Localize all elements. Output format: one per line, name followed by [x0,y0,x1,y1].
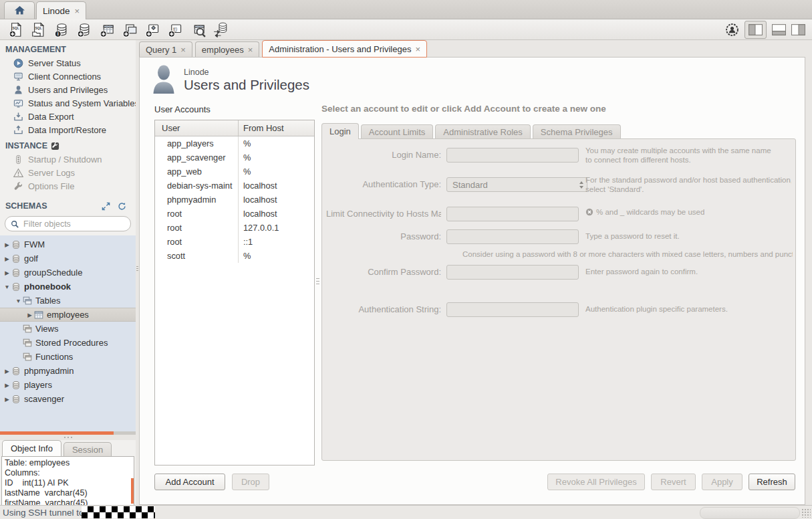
limit-hosts-input[interactable] [446,207,579,221]
toolbar-create-procedure-button[interactable] [142,21,163,39]
account-host: localhost [239,179,314,193]
password-input[interactable] [446,229,579,244]
close-icon[interactable]: × [75,7,80,15]
login-name-row: Login Name: You may create multiple acco… [322,148,795,163]
editor-tab-strip: Query 1 × employees × Administration - U… [139,40,805,57]
tree-item-stored-procedures[interactable]: Stored Procedures [0,336,136,350]
sidebar-horizontal-splitter[interactable] [0,435,136,440]
tree-item-golf[interactable]: ▶golf [0,251,136,266]
sidebar-item-label: Client Connections [28,72,101,82]
account-host: 127.0.0.1 [239,221,314,235]
revert-button[interactable]: Revert [651,474,696,490]
revoke-all-privileges-button[interactable]: Revoke All Privileges [547,474,645,490]
close-icon[interactable]: × [180,45,186,54]
sidebar-item-data-import-restore[interactable]: Data Import/Restore [0,123,136,136]
sidebar-item-data-export[interactable]: Data Export [0,110,136,123]
tree-item-players[interactable]: ▶players [0,378,136,392]
add-account-button[interactable]: Add Account [154,474,225,490]
account-row[interactable]: app_web% [155,165,314,179]
auth-string-input[interactable] [446,302,579,317]
sidebar-item-server-status[interactable]: Server Status [0,56,136,70]
connection-tab-linode[interactable]: Linode × [36,1,86,19]
object-info-line: Columns: [5,468,131,478]
tree-toggle-icon[interactable]: ▶ [3,368,11,375]
toolbar-search-data-button[interactable] [187,21,209,39]
tab-login[interactable]: Login [321,123,359,139]
toolbar-open-sql-file-button[interactable]: SQL [28,21,49,39]
status-scrollbar[interactable] [700,507,800,519]
column-header-from-host[interactable]: From Host [239,120,314,136]
confirm-password-input[interactable] [446,265,579,280]
close-icon[interactable]: × [415,45,420,54]
tree-toggle-icon[interactable]: ▶ [25,312,34,318]
account-row[interactable]: app_scavenger% [155,150,314,165]
account-row[interactable]: root::1 [155,235,314,249]
tree-toggle-icon[interactable]: ▶ [3,255,11,262]
filter-input[interactable] [22,219,125,229]
tab-administration-users-privileges[interactable]: Administration - Users and Privileges × [262,40,427,58]
account-row[interactable]: app_players% [155,136,314,150]
tree-item-functions[interactable]: Functions [0,350,136,364]
tab-object-info[interactable]: Object Info [2,440,61,456]
account-row[interactable]: root127.0.0.1 [155,221,314,235]
sidebar-item-startup-shutdown[interactable]: Startup / Shutdown [0,152,136,166]
tab-query-1[interactable]: Query 1 × [139,41,192,57]
toggle-secondary-sidebar-button[interactable] [791,23,805,36]
sidebar-item-status-and-system-variables[interactable]: Status and System Variables [0,96,136,110]
tree-item-groupschedule[interactable]: ▶groupSchedule [0,266,136,280]
object-info-scrollbar[interactable] [131,478,134,504]
apply-button[interactable]: Apply [702,474,742,490]
column-header-user[interactable]: User [155,120,239,136]
login-name-input[interactable] [446,148,579,163]
tree-item-scavenger[interactable]: ▶scavenger [0,392,136,406]
tree-item-tables[interactable]: ▼Tables [0,294,136,308]
tree-toggle-icon[interactable]: ▶ [3,270,11,276]
tree-toggle-icon[interactable]: ▼ [14,298,23,304]
sidebar-item-server-logs[interactable]: Server Logs [0,166,136,179]
close-icon[interactable]: × [248,45,253,54]
toggle-output-button[interactable] [772,23,786,36]
tree-hscrollbar[interactable] [0,431,136,435]
tree-hscrollbar-thumb[interactable] [0,431,114,435]
tree-item-employees[interactable]: ▶employees [0,308,136,322]
tab-schema-privileges[interactable]: Schema Privileges [533,124,621,138]
tree-toggle-icon[interactable]: ▶ [3,396,11,403]
tree-item-fwm[interactable]: ▶FWM [0,237,136,251]
tab-administrative-roles[interactable]: Administrative Roles [435,124,531,138]
tab-employees[interactable]: employees × [195,41,259,57]
schema-filter-box [5,216,131,231]
account-row[interactable]: scott% [155,249,314,263]
account-row[interactable]: debian-sys-maintlocalhost [155,179,314,193]
tree-item-phpmyadmin[interactable]: ▶phpmyadmin [0,364,136,378]
accounts-editor-splitter[interactable] [316,278,319,286]
sidebar-item-client-connections[interactable]: Client Connections [0,70,136,83]
tree-toggle-icon[interactable]: ▶ [3,382,11,389]
drop-button[interactable]: Drop [232,474,269,490]
tree-toggle-icon[interactable]: ▼ [3,284,11,290]
auth-type-select[interactable]: Standard [446,177,587,192]
toolbar-new-query-button[interactable]: SQL [5,21,27,39]
refresh-button[interactable]: Refresh [749,474,795,490]
toolbar-create-schema-button[interactable] [74,21,95,39]
tree-toggle-icon[interactable]: ▶ [3,241,11,248]
tab-session[interactable]: Session [63,442,112,456]
enterprise-button[interactable] [725,23,739,37]
account-row[interactable]: rootlocalhost [155,207,314,221]
account-row[interactable]: phpmyadminlocalhost [155,193,314,207]
admin-users-page: Linode Users and Privileges User Account… [139,57,805,505]
tab-account-limits[interactable]: Account Limits [361,124,434,138]
resize-grip[interactable] [801,508,811,518]
toolbar-reconnect-button[interactable] [210,21,231,39]
toolbar-create-view-button[interactable] [119,21,140,39]
sidebar-item-options-file[interactable]: Options File [0,179,136,193]
toggle-sidebar-button[interactable] [745,21,767,39]
refresh-schemas-icon[interactable] [118,202,126,211]
toolbar-create-table-button[interactable] [96,21,118,39]
home-tab[interactable] [4,1,35,19]
expand-schemas-icon[interactable] [102,202,110,211]
tree-item-phonebook[interactable]: ▼phonebook [0,280,136,294]
toolbar-schema-inspector-button[interactable]: i [51,21,72,39]
toolbar-create-function-button[interactable]: f() [164,21,186,39]
sidebar-item-users-and-privileges[interactable]: Users and Privileges [0,83,136,96]
tree-item-views[interactable]: Views [0,322,136,336]
